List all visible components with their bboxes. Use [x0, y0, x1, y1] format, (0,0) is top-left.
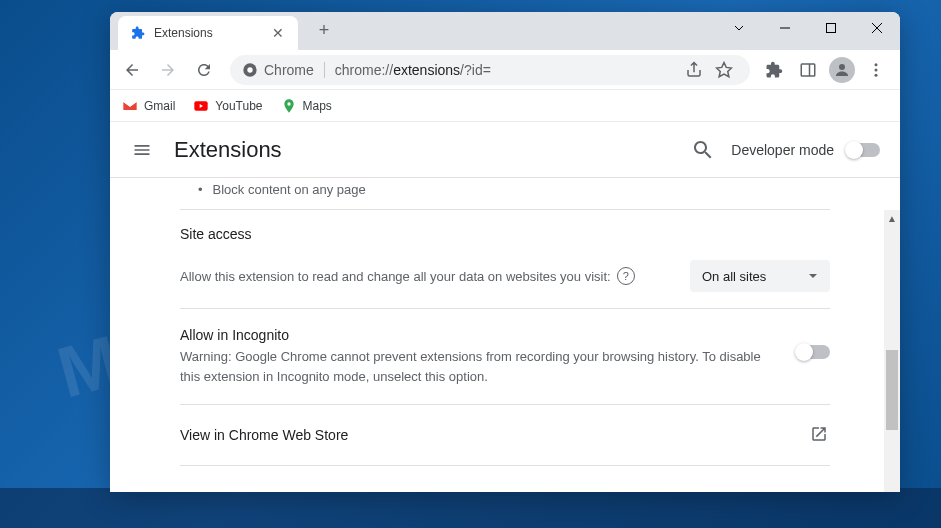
site-access-title: Site access: [180, 226, 830, 242]
browser-tab[interactable]: Extensions ✕: [118, 16, 298, 50]
source-section: Source: [180, 465, 830, 468]
toolbar: Chrome chrome://extensions/?id=: [110, 50, 900, 90]
incognito-section: Allow in Incognito Warning: Google Chrom…: [180, 308, 830, 404]
profile-avatar[interactable]: [826, 54, 858, 86]
bookmarks-bar: Gmail YouTube Maps: [110, 90, 900, 122]
tab-close-icon[interactable]: ✕: [270, 25, 286, 41]
svg-rect-1: [827, 24, 836, 33]
page-content: Extensions Developer mode Block content …: [110, 122, 900, 468]
svg-marker-6: [717, 62, 732, 76]
bookmark-youtube[interactable]: YouTube: [193, 98, 262, 114]
side-panel-icon[interactable]: [792, 54, 824, 86]
svg-rect-7: [801, 64, 815, 76]
maps-icon: [281, 98, 297, 114]
svg-point-10: [875, 63, 878, 66]
kebab-menu-icon[interactable]: [860, 54, 892, 86]
incognito-description: Warning: Google Chrome cannot prevent ex…: [180, 347, 776, 386]
share-icon[interactable]: [680, 56, 708, 84]
extensions-header: Extensions Developer mode: [110, 122, 900, 178]
browser-window: Extensions ✕ + Chrome chrome://extension…: [110, 12, 900, 492]
help-icon[interactable]: ?: [617, 267, 635, 285]
maximize-button[interactable]: [808, 12, 854, 44]
chrome-icon: Chrome: [242, 62, 314, 78]
gmail-icon: [122, 98, 138, 114]
omnibox-url: chrome://extensions/?id=: [335, 62, 491, 78]
extension-puzzle-icon: [130, 25, 146, 41]
dropdown-caret-icon[interactable]: [716, 12, 762, 44]
omnibox-divider: [324, 62, 325, 78]
minimize-button[interactable]: [762, 12, 808, 44]
windows-taskbar[interactable]: [0, 488, 941, 528]
scroll-up-icon[interactable]: ▲: [884, 210, 900, 226]
page-title: Extensions: [174, 137, 691, 163]
web-store-section[interactable]: View in Chrome Web Store: [180, 404, 830, 465]
incognito-toggle[interactable]: [796, 345, 830, 359]
svg-point-11: [875, 68, 878, 71]
omnibox-chrome-label: Chrome: [264, 62, 314, 78]
bookmark-maps[interactable]: Maps: [281, 98, 332, 114]
address-bar[interactable]: Chrome chrome://extensions/?id=: [230, 55, 750, 85]
scrollbar-thumb[interactable]: [886, 350, 898, 430]
tab-title: Extensions: [154, 26, 270, 40]
site-access-dropdown[interactable]: On all sites: [690, 260, 830, 292]
bookmark-label: Maps: [303, 99, 332, 113]
bookmark-label: Gmail: [144, 99, 175, 113]
close-button[interactable]: [854, 12, 900, 44]
svg-point-15: [287, 102, 290, 105]
reload-button[interactable]: [186, 52, 222, 88]
hamburger-menu-icon[interactable]: [130, 138, 154, 162]
scroll-area: Block content on any page Site access Al…: [110, 178, 900, 468]
svg-point-12: [875, 73, 878, 76]
new-tab-button[interactable]: +: [310, 16, 338, 44]
bookmark-label: YouTube: [215, 99, 262, 113]
dropdown-selected-value: On all sites: [702, 269, 766, 284]
bookmark-gmail[interactable]: Gmail: [122, 98, 175, 114]
back-button[interactable]: [114, 52, 150, 88]
site-access-section: Site access Allow this extension to read…: [180, 209, 830, 308]
web-store-label: View in Chrome Web Store: [180, 427, 810, 443]
search-icon[interactable]: [691, 138, 715, 162]
youtube-icon: [193, 98, 209, 114]
developer-mode-label: Developer mode: [731, 142, 834, 158]
site-access-description: Allow this extension to read and change …: [180, 267, 690, 285]
bookmark-star-icon[interactable]: [710, 56, 738, 84]
developer-mode-toggle[interactable]: [846, 143, 880, 157]
scrollbar[interactable]: ▲ ▼: [884, 210, 900, 492]
incognito-title: Allow in Incognito: [180, 327, 776, 343]
open-external-icon: [810, 425, 830, 445]
permission-bullet: Block content on any page: [180, 178, 830, 209]
svg-point-9: [839, 64, 845, 70]
extensions-icon[interactable]: [758, 54, 790, 86]
titlebar: Extensions ✕ +: [110, 12, 900, 50]
scroll-down-icon[interactable]: ▼: [884, 488, 900, 492]
window-controls: [716, 12, 900, 44]
svg-point-5: [247, 67, 252, 72]
forward-button[interactable]: [150, 52, 186, 88]
